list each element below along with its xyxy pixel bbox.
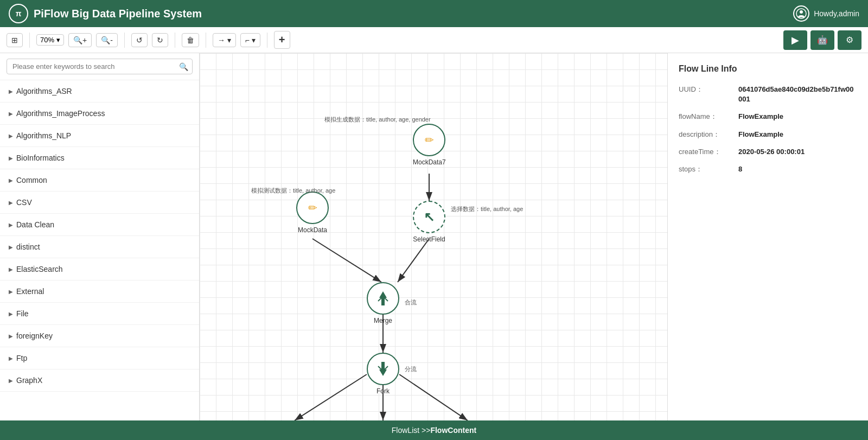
sidebar-item-label: Algorithms_ASR	[16, 87, 72, 95]
zoom-out-button[interactable]: 🔍-	[96, 33, 118, 47]
panel-row-2: description： FlowExample	[679, 130, 857, 139]
undo-icon: ↺	[136, 36, 143, 44]
sidebar-item-1[interactable]: ▶Algorithms_ImageProcess	[0, 103, 199, 125]
node-fork[interactable]: Fork	[367, 353, 399, 395]
sidebar-item-5[interactable]: ▶CSV	[0, 192, 199, 214]
panel-row-1: flowName： FlowExample	[679, 112, 857, 122]
annotation-fork: 分流	[405, 365, 417, 373]
sidebar: 🔍 ▶Algorithms_ASR▶Algorithms_ImageProces…	[0, 53, 200, 420]
search-input[interactable]	[7, 59, 193, 74]
sidebar-item-9[interactable]: ▶External	[0, 280, 199, 303]
sidebar-item-8[interactable]: ▶ElasticSearch	[0, 258, 199, 280]
node-mockdata-label: MockData	[298, 226, 327, 234]
sidebar-item-label: Algorithms_NLP	[16, 131, 71, 140]
node-merge-circle	[367, 282, 399, 315]
svg-point-1	[800, 10, 803, 14]
sidebar-item-12[interactable]: ▶Ftp	[0, 347, 199, 369]
delete-icon: 🗑	[187, 36, 194, 44]
toolbar-right-buttons: ▶ 🤖 ⚙	[783, 30, 861, 50]
panel-key-3: createTime：	[679, 147, 738, 157]
add-node-button[interactable]: +	[274, 31, 290, 49]
redo-button[interactable]: ↻	[152, 33, 168, 47]
node-mockdata[interactable]: ✏ MockData	[296, 192, 329, 234]
sidebar-arrow-icon: ▶	[9, 177, 13, 183]
svg-line-11	[378, 298, 381, 301]
fork-icon	[375, 361, 391, 377]
node-selectfield-label: SelectField	[413, 235, 445, 243]
sidebar-arrow-icon: ▶	[9, 333, 13, 339]
sidebar-item-0[interactable]: ▶Algorithms_ASR	[0, 80, 199, 103]
panel-value-4: 8	[738, 164, 742, 174]
sidebar-arrow-icon: ▶	[9, 244, 13, 250]
breadcrumb-prefix: FlowList >>	[392, 426, 431, 435]
node-fork-label: Fork	[376, 387, 390, 395]
panel-title: Flow Line Info	[679, 64, 857, 74]
panel-value-1: FlowExample	[738, 112, 783, 122]
redo-icon: ↻	[157, 36, 163, 44]
canvas-area[interactable]: ✏ MockData7 模拟生成数据：title, author, age, g…	[200, 53, 667, 420]
panel-key-2: description：	[679, 130, 738, 139]
sidebar-list: ▶Algorithms_ASR▶Algorithms_ImageProcess▶…	[0, 80, 199, 420]
node-merge-label: Merge	[374, 317, 392, 324]
sidebar-item-6[interactable]: ▶Data Clean	[0, 214, 199, 236]
annotation-merge: 合流	[405, 298, 417, 307]
sidebar-item-label: distinct	[16, 243, 40, 251]
sidebar-item-label: Common	[16, 176, 47, 184]
run-button[interactable]: ▶	[783, 30, 807, 50]
sidebar-item-10[interactable]: ▶File	[0, 303, 199, 325]
arrow-style-button[interactable]: → ▾	[213, 33, 236, 47]
node-mockdata7[interactable]: ✏ MockData7	[413, 124, 446, 166]
node-mockdata7-icon: ✏	[425, 133, 434, 146]
sidebar-item-11[interactable]: ▶foreignKey	[0, 325, 199, 347]
panel-key-1: flowName：	[679, 112, 738, 122]
svg-line-15	[385, 366, 388, 369]
settings-icon: ⚙	[846, 35, 853, 45]
zoom-in-button[interactable]: 🔍+	[68, 33, 92, 47]
run-icon: ▶	[792, 34, 799, 46]
right-panel: Flow Line Info UUID： 0641076d5ae840c09d2…	[667, 53, 868, 420]
sidebar-item-3[interactable]: ▶BioInformatics	[0, 147, 199, 169]
undo-button[interactable]: ↺	[131, 33, 148, 47]
sidebar-arrow-icon: ▶	[9, 111, 13, 117]
panel-row-4: stops： 8	[679, 164, 857, 174]
main-layout: 🔍 ▶Algorithms_ASR▶Algorithms_ImageProces…	[0, 53, 868, 420]
search-box: 🔍	[0, 53, 199, 80]
sidebar-item-2[interactable]: ▶Algorithms_NLP	[0, 125, 199, 147]
sidebar-item-label: CSV	[16, 198, 32, 207]
logo-text: π	[16, 9, 22, 18]
divider-4	[206, 33, 206, 48]
divider-2	[124, 33, 125, 48]
app-logo: π	[9, 4, 28, 23]
node-merge[interactable]: Merge	[367, 282, 399, 324]
node-mockdata7-label: MockData7	[413, 158, 446, 166]
settings-button[interactable]: ⚙	[838, 30, 861, 50]
sidebar-item-label: Data Clean	[16, 220, 54, 229]
panel-value-0: 0641076d5ae840c09d2be5b71fw00001	[738, 85, 857, 104]
delete-button[interactable]: 🗑	[182, 33, 199, 47]
sidebar-item-label: ElasticSearch	[16, 265, 63, 273]
sidebar-toggle-button[interactable]: ⊞	[7, 33, 23, 47]
sidebar-item-label: Ftp	[16, 354, 27, 362]
header: π PiFlow Big Data Pipeline System Howdy,…	[0, 0, 868, 27]
annotation-mockdata: 模拟测试数据：title, author, age	[251, 187, 335, 195]
divider-3	[175, 33, 175, 48]
sidebar-item-label: External	[16, 287, 44, 296]
user-avatar	[793, 5, 809, 22]
sidebar-arrow-icon: ▶	[9, 311, 13, 317]
panel-key-0: UUID：	[679, 85, 738, 104]
sidebar-item-4[interactable]: ▶Common	[0, 169, 199, 192]
footer: FlowList >> FlowContent	[0, 420, 868, 440]
user-name: Howdy,admin	[814, 9, 859, 18]
sidebar-item-7[interactable]: ▶distinct	[0, 236, 199, 258]
annotation-selectfield: 选择数据：title, author, age	[451, 205, 523, 213]
node-selectfield[interactable]: ↖ SelectField	[413, 201, 445, 243]
arrow-style-icon: → ▾	[218, 36, 231, 44]
robot-button[interactable]: 🤖	[810, 30, 834, 50]
corner-style-button[interactable]: ⌐ ▾	[240, 33, 260, 47]
zoom-control[interactable]: 70% ▾	[36, 34, 64, 46]
panel-row-0: UUID： 0641076d5ae840c09d2be5b71fw00001	[679, 85, 857, 104]
sidebar-item-13[interactable]: ▶GraphX	[0, 369, 199, 392]
annotation-mockdata7: 模拟生成数据：title, author, age, gender	[324, 116, 431, 124]
panel-value-3: 2020-05-26 00:00:01	[738, 147, 805, 157]
sidebar-arrow-icon: ▶	[9, 200, 13, 206]
